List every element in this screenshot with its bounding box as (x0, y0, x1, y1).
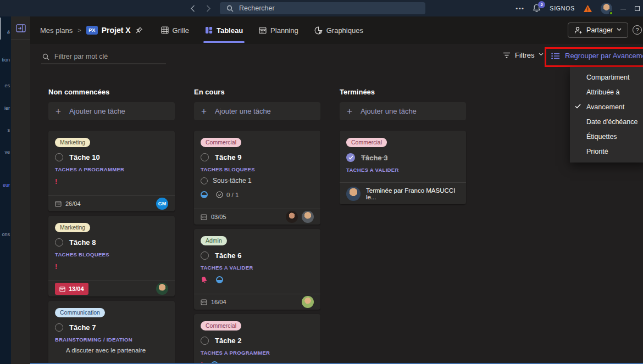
label-pill: Communication (55, 308, 105, 317)
keyword-filter-input[interactable]: Filtrer par mot clé (41, 49, 166, 64)
forward-arrow-icon[interactable] (203, 3, 213, 13)
task-checkbox[interactable] (201, 153, 209, 161)
strip-divider (11, 40, 30, 40)
group-list-icon (551, 53, 560, 59)
task-card-tache-2[interactable]: Commercial Tâche 2 TACHES A PROGRAMMER ! (194, 314, 320, 364)
column-title: Terminées (340, 88, 466, 96)
task-card-tache-7[interactable]: Communication Tâche 7 BRAINSTORMING / ID… (48, 301, 175, 364)
help-button[interactable]: ? (633, 25, 642, 35)
task-checkbox[interactable] (55, 323, 63, 332)
bucket-name: TACHES BLOQUEES (55, 251, 168, 257)
share-button[interactable]: Partager (568, 23, 628, 38)
titlebar-right-cluster: ••• 2 SIGNOS (515, 0, 640, 16)
task-card-tache-9[interactable]: Commercial Tâche 9 TACHES BLOQUEES Sous-… (194, 131, 320, 225)
task-card-tache-3[interactable]: Commercial Tâche 3 TACHES A VALIDER Term… (340, 131, 466, 204)
account-name[interactable]: SIGNOS (550, 5, 575, 12)
tab-planning[interactable]: Planning (258, 24, 299, 37)
calendar-icon (259, 26, 267, 34)
bucket-name: TACHES BLOQUEES (201, 166, 314, 172)
share-label: Partager (586, 26, 613, 34)
subtask-row[interactable]: Sous-tâche 1 (201, 177, 314, 184)
task-title: Tâche 10 (69, 153, 100, 161)
task-title: Tâche 2 (215, 337, 241, 345)
maximize-button[interactable] (635, 6, 640, 11)
in-progress-icon (201, 191, 208, 198)
tab-label: Grille (173, 26, 189, 35)
group-by-button[interactable]: Regrouper par Avancement (551, 52, 643, 60)
rail-item-onedrive[interactable]: ve (4, 149, 10, 155)
add-task-label: Ajouter une tâche (361, 107, 417, 115)
rail-item-calendrier[interactable]: ier (4, 105, 10, 111)
breadcrumb-separator: > (77, 27, 81, 33)
task-title: Tâche 8 (69, 238, 96, 247)
task-checkbox-done[interactable] (346, 153, 355, 162)
tab-label: Graphiques (326, 26, 363, 35)
subtask-label: Sous-tâche 1 (213, 177, 252, 184)
task-checkbox[interactable] (201, 337, 209, 345)
task-card-tache-10[interactable]: Marketing Tâche 10 TACHES A PROGRAMMER ! (48, 131, 175, 211)
plus-icon: + (347, 107, 352, 116)
task-checkbox[interactable] (55, 153, 63, 161)
add-task-button[interactable]: + Ajouter une tâche (48, 102, 175, 120)
avatar (302, 296, 314, 308)
avatar: GM (156, 198, 168, 210)
expand-panel-icon[interactable] (15, 24, 26, 32)
column-title: En cours (194, 88, 320, 96)
presence-indicator (609, 11, 613, 15)
rail-item-planificateur[interactable]: eur (3, 182, 10, 188)
menu-item-etiquettes[interactable]: Étiquettes (570, 130, 643, 144)
rail-item-activite[interactable]: é (7, 30, 10, 35)
pin-icon[interactable] (135, 26, 143, 34)
rail-item-appels[interactable]: s (8, 127, 10, 133)
subtask-checkbox[interactable] (201, 177, 208, 184)
breadcrumb[interactable]: Mes plans (40, 26, 73, 35)
label-pill: Admin (201, 236, 227, 245)
due-date: 26/04 (65, 200, 81, 207)
in-progress-icon (216, 276, 223, 283)
rail-scrollbar[interactable] (0, 18, 1, 40)
search-icon (226, 5, 234, 12)
check-icon (575, 104, 581, 109)
menu-item-attribuee-a[interactable]: Attribuée à (570, 85, 643, 100)
due-date: 03/05 (211, 214, 226, 220)
global-search-input[interactable]: Rechercher (220, 2, 425, 14)
filters-button[interactable]: Filtres (503, 51, 544, 59)
task-checkbox[interactable] (201, 251, 209, 260)
tab-grille[interactable]: Grille (160, 24, 190, 37)
menu-item-compartiment[interactable]: Compartiment (570, 70, 643, 85)
minimize-button[interactable] (620, 5, 627, 12)
tab-label: Planning (270, 26, 298, 35)
chevron-down-icon (539, 53, 544, 58)
menu-item-priorite[interactable]: Priorité (570, 144, 643, 159)
task-card-tache-6[interactable]: Admin Tâche 6 TACHES A VALIDER (194, 229, 320, 310)
rail-item-conversation[interactable]: tion (2, 57, 10, 63)
chart-icon (314, 26, 323, 35)
column-non-commencees: Non commencées + Ajouter une tâche Marke… (48, 83, 175, 364)
warning-icon[interactable] (583, 4, 592, 13)
rail-item-equipes[interactable]: es (4, 83, 10, 88)
notifications-bell-icon[interactable]: 2 (533, 4, 541, 13)
label-pill: Marketing (55, 223, 90, 232)
urgent-priority-icon: ! (55, 178, 57, 185)
bucket-name: BRAINSTORMING / IDEATION (55, 337, 168, 343)
grid-icon (161, 26, 169, 34)
calendar-icon (55, 200, 62, 207)
column-title: Non commencées (48, 88, 175, 96)
add-task-button[interactable]: + Ajouter une tâche (340, 102, 466, 120)
tab-tableau[interactable]: Tableau (204, 24, 243, 37)
task-checkbox[interactable] (55, 238, 63, 247)
menu-item-avancement[interactable]: Avancement (570, 100, 643, 115)
back-arrow-icon[interactable] (187, 3, 197, 13)
bucket-name: TACHES A VALIDER (201, 265, 314, 271)
user-avatar[interactable] (601, 3, 612, 14)
chevron-down-icon (617, 28, 622, 33)
add-task-button[interactable]: + Ajouter une tâche (194, 102, 320, 120)
menu-item-date-echeance[interactable]: Date d'échéance (570, 115, 643, 130)
bucket-name: TACHES A VALIDER (346, 167, 459, 173)
more-options-icon[interactable]: ••• (515, 5, 524, 12)
tab-graphiques[interactable]: Graphiques (314, 24, 364, 37)
app-window: Rechercher ••• 2 SIGNOS é tion es ier s … (0, 0, 643, 364)
rail-item-applications[interactable]: ons (2, 232, 10, 237)
search-icon (42, 53, 49, 60)
task-card-tache-8[interactable]: Marketing Tâche 8 TACHES BLOQUEES ! (48, 216, 175, 296)
